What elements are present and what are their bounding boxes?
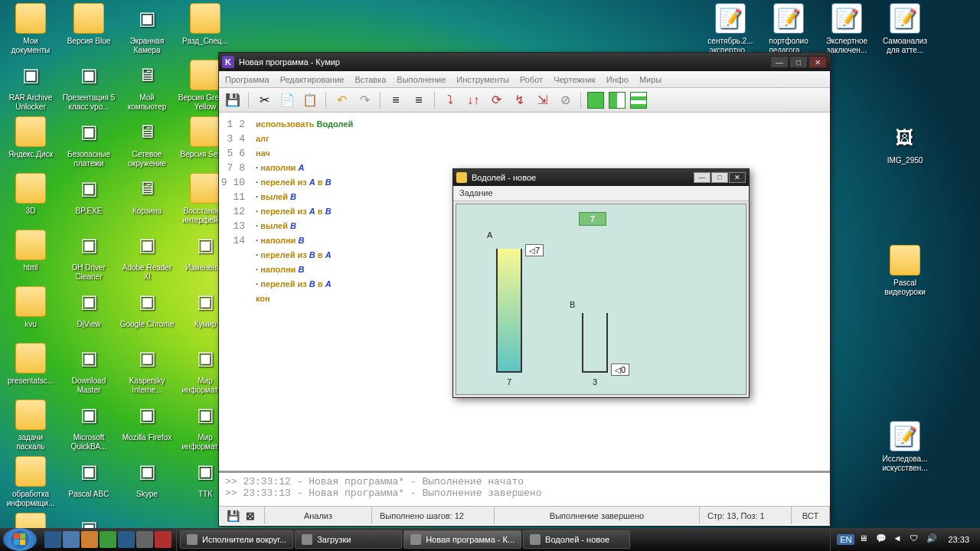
indent-right-icon[interactable]: ≡ bbox=[410, 91, 428, 109]
clock[interactable]: 23:33 bbox=[943, 535, 974, 544]
desktop-icon[interactable]: ▣Экранная Камера bbox=[119, 3, 175, 55]
desktop-icon[interactable]: 🖥Сетевое окружение bbox=[119, 116, 175, 168]
desktop-icon[interactable]: ▣Google Chrome bbox=[119, 286, 175, 329]
desktop-icon[interactable]: 🖥Мой компьютер bbox=[119, 60, 175, 112]
desktop-icon[interactable]: ▣Microsoft QuickBA... bbox=[61, 399, 116, 452]
menu-item[interactable]: Редактирование bbox=[280, 75, 345, 84]
desktop-icon[interactable]: 📝Экспертное заключен... bbox=[819, 3, 874, 55]
layout-3-icon[interactable] bbox=[630, 92, 647, 109]
layout-2-icon[interactable] bbox=[609, 92, 626, 109]
menu-item[interactable]: Выполнение bbox=[397, 75, 446, 84]
desktop-icon[interactable]: ▣Безопасные платежи bbox=[61, 116, 116, 168]
desktop-icon[interactable]: ▣Adobe Reader XI bbox=[119, 230, 175, 282]
language-indicator[interactable]: EN bbox=[837, 534, 854, 545]
desktop-icon[interactable]: 📝Исследова... искусствен... bbox=[877, 421, 933, 473]
quick-launch-item[interactable] bbox=[155, 531, 172, 548]
copy-icon[interactable]: 📄 bbox=[278, 91, 296, 109]
indent-left-icon[interactable]: ≡ bbox=[387, 91, 405, 109]
status-mode: ВСТ bbox=[792, 507, 830, 524]
tray-icon[interactable]: 💬 bbox=[876, 533, 888, 546]
quick-launch-item[interactable] bbox=[118, 531, 135, 548]
desktop-icon[interactable]: Яндекс.Диск bbox=[3, 116, 58, 159]
desktop-icon[interactable]: ▣Презентация 5 класс vpo... bbox=[61, 60, 116, 112]
taskbar-task[interactable]: Загрузки bbox=[295, 530, 402, 549]
desktop-icon[interactable]: Pascal видеоуроки bbox=[877, 245, 933, 297]
menu-item[interactable]: Программа bbox=[225, 75, 270, 84]
desktop-icon[interactable]: 3D bbox=[3, 173, 58, 216]
desktop-icon[interactable]: ▣BP.EXE bbox=[61, 173, 116, 216]
icon-glyph bbox=[15, 343, 46, 373]
desktop-icon[interactable]: ▣Skype bbox=[119, 456, 175, 499]
desktop-icon[interactable]: Версия Blue bbox=[61, 3, 116, 46]
layout-1-icon[interactable] bbox=[587, 92, 604, 109]
run-into-icon[interactable]: ↓↑ bbox=[464, 91, 482, 109]
save-mini-icon[interactable]: 💾 bbox=[227, 510, 240, 522]
quick-launch-item[interactable] bbox=[100, 531, 116, 548]
close-button[interactable]: ✕ bbox=[808, 56, 827, 68]
desktop-icon[interactable]: ▣Mozilla Firefox bbox=[119, 399, 175, 442]
desktop-icon[interactable]: ▣RAR Archive Unlocker bbox=[3, 60, 58, 112]
menu-item[interactable]: Робот bbox=[520, 75, 543, 84]
icon-glyph: ▣ bbox=[190, 399, 220, 430]
quick-launch-item[interactable] bbox=[81, 531, 98, 548]
taskbar-task[interactable]: Новая программа - К... bbox=[403, 530, 521, 549]
undo-icon[interactable]: ↶ bbox=[332, 91, 351, 109]
status-analysis: Анализ bbox=[265, 507, 372, 524]
desktop-icon[interactable]: 📝сентябрь.2... экспертно... bbox=[703, 3, 758, 55]
kumir-titlebar[interactable]: K Новая программа - Кумир — □ ✕ bbox=[219, 53, 830, 71]
menu-item[interactable]: Вставка bbox=[354, 75, 386, 84]
menu-item[interactable]: Инфо bbox=[606, 75, 629, 84]
stop-icon[interactable]: ⊘ bbox=[556, 91, 574, 109]
vodolej-menu[interactable]: Задание bbox=[453, 186, 749, 201]
tray-icon[interactable]: ◄ bbox=[893, 533, 905, 546]
desktop-icon[interactable]: html bbox=[3, 230, 58, 272]
maximize-button[interactable]: □ bbox=[789, 56, 808, 68]
close-button[interactable]: ✕ bbox=[729, 172, 746, 183]
desktop-icon[interactable]: 🖥Корзина bbox=[119, 173, 175, 216]
stop-mini-icon[interactable]: ⊠ bbox=[246, 510, 255, 522]
menu-item[interactable]: Инструменты bbox=[456, 75, 509, 84]
desktop-icon[interactable]: 📝портфолио педагога ... bbox=[761, 3, 816, 55]
desktop-icon[interactable]: 🖼IMG_2950 bbox=[877, 122, 933, 165]
quick-launch-item[interactable] bbox=[63, 531, 80, 548]
desktop-icon[interactable]: Разд_Спец... bbox=[178, 3, 233, 46]
tray-icon[interactable]: 🔊 bbox=[926, 533, 939, 546]
desktop-icon[interactable]: ▣DjView bbox=[61, 286, 116, 329]
taskbar-task[interactable]: Водолей - новое bbox=[523, 530, 630, 549]
icon-label: Skype bbox=[119, 490, 175, 499]
desktop-icon[interactable]: обработка информаци... bbox=[3, 456, 58, 508]
desktop-icon[interactable]: ▣Kaspersky Interne... bbox=[119, 343, 175, 395]
desktop-icon[interactable]: presentatsc... bbox=[3, 343, 58, 386]
kumir-title: Новая программа - Кумир bbox=[239, 57, 340, 67]
minimize-button[interactable]: — bbox=[694, 172, 710, 183]
quick-launch-item[interactable] bbox=[136, 531, 153, 548]
paste-icon[interactable]: 📋 bbox=[301, 91, 319, 109]
cut-icon[interactable]: ✂ bbox=[255, 91, 273, 109]
tray-icon[interactable]: 🛡 bbox=[910, 533, 922, 546]
menu-item[interactable]: Чертежник bbox=[554, 75, 596, 84]
desktop-icon[interactable]: ▣DH Driver Cleaner bbox=[61, 230, 116, 282]
desktop-icon[interactable]: kvu bbox=[3, 286, 58, 329]
status-pos: Стр: 13, Поз: 1 bbox=[700, 507, 792, 524]
vodolej-titlebar[interactable]: Водолей - новое — □ ✕ bbox=[453, 169, 749, 186]
desktop-icon[interactable]: Мои документы bbox=[3, 3, 58, 55]
tray-icon[interactable]: 🖥 bbox=[859, 533, 871, 546]
desktop-icon[interactable]: задачи паскаль bbox=[3, 399, 58, 452]
taskbar-task[interactable]: Исполнители вокруг... bbox=[180, 530, 293, 549]
maximize-button[interactable]: □ bbox=[711, 172, 728, 183]
redo-icon[interactable]: ↷ bbox=[355, 91, 374, 109]
desktop-icon[interactable]: 📝Самоанализ для атте... bbox=[877, 3, 933, 55]
run-step-icon[interactable]: ⤵ bbox=[441, 91, 459, 109]
menu-item[interactable]: Миры bbox=[639, 75, 662, 84]
desktop-icon[interactable]: ▣Pascal ABC bbox=[61, 456, 116, 499]
start-button[interactable] bbox=[3, 528, 37, 551]
run-icon[interactable]: ⟳ bbox=[487, 91, 505, 109]
icon-glyph bbox=[890, 245, 920, 276]
minimize-button[interactable]: — bbox=[770, 56, 789, 68]
desktop-icon[interactable]: ▣Download Master bbox=[61, 343, 116, 395]
run-to-cursor-icon[interactable]: ⇲ bbox=[533, 91, 551, 109]
save-icon[interactable]: 💾 bbox=[224, 91, 242, 109]
quick-launch-item[interactable] bbox=[44, 531, 61, 548]
run-fast-icon[interactable]: ↯ bbox=[510, 91, 528, 109]
code-editor[interactable]: 1 2 3 4 5 6 7 8 9 10 11 12 13 14 использ… bbox=[219, 112, 830, 472]
